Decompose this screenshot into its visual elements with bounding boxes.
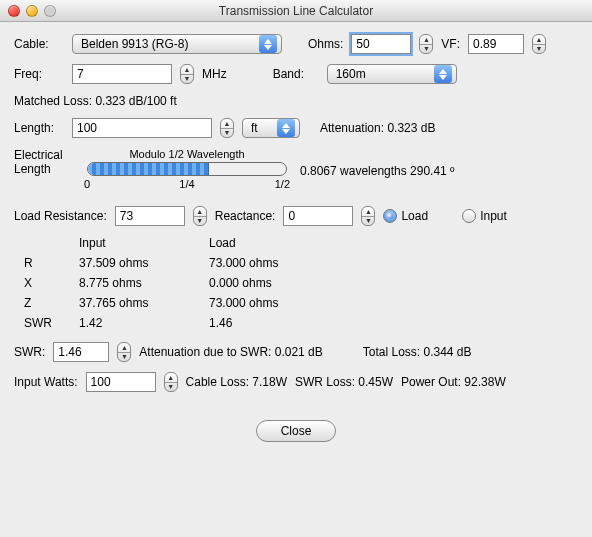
- titlebar: Transmission Line Calculator: [0, 0, 592, 22]
- reactance-input[interactable]: [283, 206, 353, 226]
- wavelength-readout: 0.8067 wavelengths 290.41 º: [300, 164, 455, 178]
- svg-marker-0: [264, 39, 272, 44]
- svg-marker-1: [264, 45, 272, 50]
- freq-label: Freq:: [14, 67, 64, 81]
- input-watts-label: Input Watts:: [14, 375, 78, 389]
- length-label: Length:: [14, 121, 64, 135]
- close-icon[interactable]: [8, 5, 20, 17]
- elec-length-label: Electrical Length: [14, 148, 74, 177]
- r-load: 73.000 ohms: [209, 256, 359, 270]
- row-z: Z: [24, 296, 79, 310]
- r-input: 37.509 ohms: [79, 256, 209, 270]
- length-stepper[interactable]: ▲▼: [220, 118, 234, 138]
- reactance-label: Reactance:: [215, 209, 276, 223]
- input-watts-stepper[interactable]: ▲▼: [164, 372, 178, 392]
- svg-marker-4: [282, 123, 290, 128]
- cable-label: Cable:: [14, 37, 64, 51]
- swr-load: 1.46: [209, 316, 359, 330]
- traffic-lights: [8, 5, 56, 17]
- load-radio-group[interactable]: Load: [383, 209, 428, 223]
- z-load: 73.000 ohms: [209, 296, 359, 310]
- band-select[interactable]: 160m: [327, 64, 457, 84]
- gauge-title: Modulo 1/2 Wavelength: [129, 148, 244, 160]
- ohms-input[interactable]: [351, 34, 411, 54]
- length-input[interactable]: [72, 118, 212, 138]
- ohms-stepper[interactable]: ▲▼: [419, 34, 433, 54]
- zoom-icon[interactable]: [44, 5, 56, 17]
- x-load: 0.000 ohms: [209, 276, 359, 290]
- chevron-updown-icon: [259, 35, 277, 53]
- freq-stepper[interactable]: ▲▼: [180, 64, 194, 84]
- cable-loss: Cable Loss: 7.18W: [186, 375, 287, 389]
- matched-loss: Matched Loss: 0.323 dB/100 ft: [14, 94, 177, 108]
- close-button[interactable]: Close: [256, 420, 336, 442]
- length-unit-value: ft: [251, 121, 271, 135]
- load-resistance-label: Load Resistance:: [14, 209, 107, 223]
- vf-label: VF:: [441, 37, 460, 51]
- input-watts-field[interactable]: [86, 372, 156, 392]
- gauge-fill: [88, 163, 209, 175]
- freq-unit: MHz: [202, 67, 227, 81]
- row-x: X: [24, 276, 79, 290]
- swr-label: SWR:: [14, 345, 45, 359]
- gauge-ticks: 0 1/4 1/2: [84, 178, 290, 192]
- swr-stepper[interactable]: ▲▼: [117, 342, 131, 362]
- row-swr: SWR: [24, 316, 79, 330]
- load-radio[interactable]: [383, 209, 397, 223]
- swr-field[interactable]: [53, 342, 109, 362]
- chevron-updown-icon: [277, 119, 295, 137]
- att-swr: Attenuation due to SWR: 0.021 dB: [139, 345, 322, 359]
- band-label: Band:: [273, 67, 319, 81]
- chevron-updown-icon: [434, 65, 452, 83]
- svg-marker-2: [439, 69, 447, 74]
- col-input: Input: [79, 236, 209, 250]
- swr-loss: SWR Loss: 0.45W: [295, 375, 393, 389]
- input-radio[interactable]: [462, 209, 476, 223]
- gauge-bar: [87, 162, 287, 176]
- x-input: 8.775 ohms: [79, 276, 209, 290]
- row-r: R: [24, 256, 79, 270]
- load-resistance-input[interactable]: [115, 206, 185, 226]
- total-loss: Total Loss: 0.344 dB: [363, 345, 472, 359]
- z-input: 37.765 ohms: [79, 296, 209, 310]
- results-grid: Input Load R 37.509 ohms 73.000 ohms X 8…: [24, 236, 578, 330]
- svg-marker-5: [282, 129, 290, 134]
- svg-marker-3: [439, 75, 447, 80]
- length-unit-select[interactable]: ft: [242, 118, 300, 138]
- vf-input[interactable]: [468, 34, 524, 54]
- power-out: Power Out: 92.38W: [401, 375, 506, 389]
- window-title: Transmission Line Calculator: [0, 4, 592, 18]
- vf-stepper[interactable]: ▲▼: [532, 34, 546, 54]
- wavelength-gauge: Modulo 1/2 Wavelength 0 1/4 1/2: [82, 148, 292, 192]
- attenuation-label: Attenuation: 0.323 dB: [320, 121, 435, 135]
- reactance-stepper[interactable]: ▲▼: [361, 206, 375, 226]
- cable-select[interactable]: Belden 9913 (RG-8): [72, 34, 282, 54]
- ohms-label: Ohms:: [308, 37, 343, 51]
- input-radio-group[interactable]: Input: [462, 209, 507, 223]
- swr-input: 1.42: [79, 316, 209, 330]
- load-resistance-stepper[interactable]: ▲▼: [193, 206, 207, 226]
- col-load: Load: [209, 236, 359, 250]
- minimize-icon[interactable]: [26, 5, 38, 17]
- freq-input[interactable]: [72, 64, 172, 84]
- band-value: 160m: [336, 67, 428, 81]
- cable-value: Belden 9913 (RG-8): [81, 37, 253, 51]
